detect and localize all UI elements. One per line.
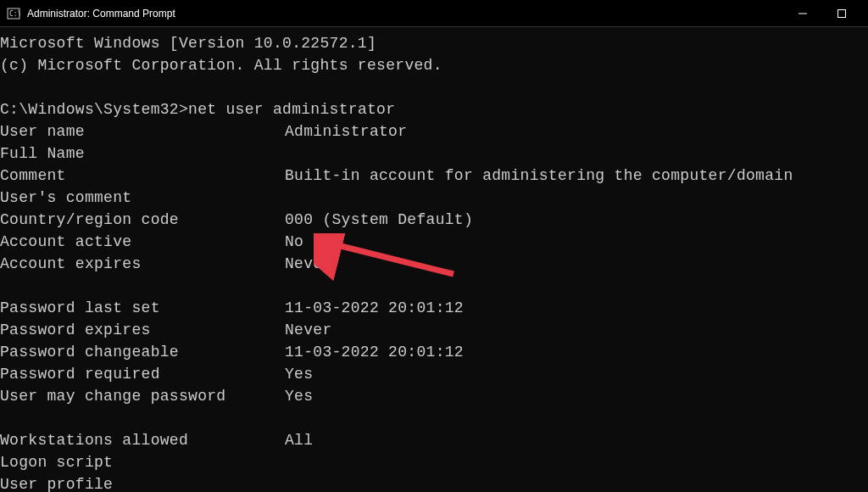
maximize-button[interactable] <box>822 0 861 27</box>
window-titlebar: C:\ Administrator: Command Prompt <box>0 0 868 27</box>
svg-text:C:\: C:\ <box>9 10 20 18</box>
blank-line <box>0 407 868 429</box>
field-label: Workstations allowed <box>0 429 285 451</box>
prompt-text: C:\Windows\System32> <box>0 101 188 118</box>
output-row: Country/region code 000 (System Default) <box>0 209 868 231</box>
field-value: Built-in account for administering the c… <box>285 165 793 187</box>
field-label: Country/region code <box>0 209 285 231</box>
field-value: All <box>285 429 313 451</box>
terminal-output[interactable]: Microsoft Windows [Version 10.0.22572.1]… <box>0 27 868 492</box>
output-row: User's comment <box>0 187 868 209</box>
window-controls <box>783 0 861 27</box>
field-label: Account expires <box>0 253 285 275</box>
blank-line <box>0 275 868 297</box>
copyright-line: (c) Microsoft Corporation. All rights re… <box>0 54 868 76</box>
field-label: Comment <box>0 165 285 187</box>
output-row: User profile <box>0 473 868 492</box>
field-value: 11-03-2022 20:01:12 <box>285 297 464 319</box>
field-label: Password expires <box>0 319 285 341</box>
output-row: Account expires Never <box>0 253 868 275</box>
output-row: Workstations allowed All <box>0 429 868 451</box>
field-value: Never <box>285 253 332 275</box>
field-value: 000 (System Default) <box>285 209 473 231</box>
field-value: Never <box>285 319 332 341</box>
field-label: Full Name <box>0 143 285 165</box>
output-row: User may change password Yes <box>0 385 868 407</box>
field-value: 11-03-2022 20:01:12 <box>285 341 464 363</box>
field-label: Account active <box>0 231 285 253</box>
output-row: Comment Built-in account for administeri… <box>0 165 868 187</box>
prompt-line: C:\Windows\System32>net user administrat… <box>0 98 868 120</box>
field-label: User name <box>0 120 285 143</box>
output-row: Password required Yes <box>0 363 868 385</box>
output-row: User name Administrator <box>0 120 868 143</box>
output-row: Account active No <box>0 231 868 253</box>
field-value: Yes <box>285 363 313 385</box>
field-label: Password changeable <box>0 341 285 363</box>
minimize-button[interactable] <box>783 0 822 27</box>
version-line: Microsoft Windows [Version 10.0.22572.1] <box>0 32 868 54</box>
output-row: Full Name <box>0 143 868 165</box>
field-label: Password last set <box>0 297 285 319</box>
svg-rect-3 <box>838 9 846 17</box>
output-row: Password changeable 11-03-2022 20:01:12 <box>0 341 868 363</box>
field-value: Administrator <box>285 120 407 143</box>
output-row: Password expires Never <box>0 319 868 341</box>
field-label: Logon script <box>0 451 285 473</box>
field-value: No <box>285 231 303 253</box>
cmd-icon: C:\ <box>7 7 20 20</box>
field-label: User's comment <box>0 187 285 209</box>
blank-line <box>0 76 868 98</box>
field-label: User may change password <box>0 385 285 407</box>
field-label: User profile <box>0 473 285 492</box>
window-title: Administrator: Command Prompt <box>27 8 783 20</box>
command-text: net user administrator <box>188 101 395 118</box>
field-label: Password required <box>0 363 285 385</box>
output-row: Logon script <box>0 451 868 473</box>
output-row: Password last set 11-03-2022 20:01:12 <box>0 297 868 319</box>
field-value: Yes <box>285 385 313 407</box>
